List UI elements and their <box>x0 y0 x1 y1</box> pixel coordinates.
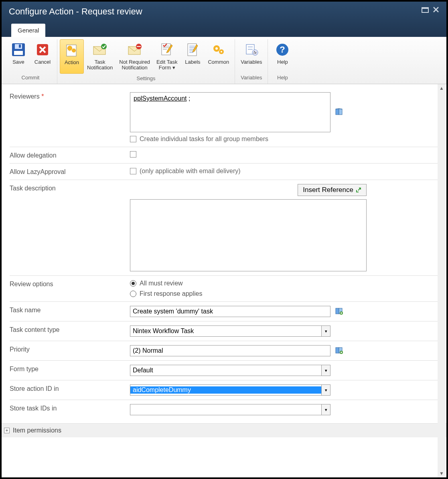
content-scroll[interactable]: Reviewers * pplSystemAccount ; Create in… <box>2 84 446 477</box>
row-task-content-type: Task content type Nintex Workflow Task ▾ <box>10 321 438 341</box>
allow-delegation-checkbox[interactable] <box>130 151 136 158</box>
labels-button[interactable]: Labels <box>180 39 205 74</box>
task-content-type-select[interactable]: Nintex Workflow Task ▾ <box>130 325 330 337</box>
review-opt-all-radio[interactable] <box>130 280 136 287</box>
svg-rect-31 <box>336 348 339 353</box>
task-name-input[interactable] <box>130 306 330 317</box>
ribbon-group-label: Commit <box>22 73 40 83</box>
item-permissions-section[interactable]: + Item permissions <box>2 423 446 437</box>
tab-general[interactable]: General <box>11 24 45 37</box>
configure-action-dialog: Configure Action - Request review Genera… <box>0 0 448 479</box>
store-task-select[interactable]: ▾ <box>130 404 330 415</box>
review-options-label: Review options <box>10 280 130 297</box>
row-priority: Priority <box>10 341 438 360</box>
variables-icon: fx <box>243 42 259 58</box>
addressbook-icon[interactable] <box>335 108 343 117</box>
allow-lazy-checkbox[interactable] <box>130 168 136 174</box>
svg-point-11 <box>101 44 107 49</box>
store-action-select[interactable]: aidCompleteDummy ▾ <box>130 384 330 396</box>
row-form-type: Form type Default ▾ <box>10 360 438 380</box>
svg-rect-14 <box>137 46 141 47</box>
labels-icon <box>184 42 201 58</box>
review-opt-all-label: All must review <box>140 280 183 287</box>
expand-icon: + <box>4 428 10 433</box>
svg-text:fx: fx <box>253 51 257 55</box>
form-type-label: Form type <box>10 365 130 376</box>
item-permissions-label: Item permissions <box>13 427 61 434</box>
reviewers-label: Reviewers * <box>10 92 130 143</box>
reviewers-input[interactable]: pplSystemAccount ; <box>130 92 330 132</box>
task-description-input[interactable] <box>130 199 367 271</box>
envelope-check-icon <box>92 42 108 58</box>
cancel-button[interactable]: Cancel <box>30 39 55 73</box>
action-button[interactable]: Action <box>60 39 84 74</box>
external-link-icon <box>356 187 361 193</box>
svg-rect-1 <box>422 8 428 9</box>
row-allow-lazy: Allow LazyApproval (only applicable with… <box>10 163 438 180</box>
required-marker: * <box>41 93 44 100</box>
priority-label: Priority <box>10 345 130 356</box>
ribbon-group-settings: Action Task Notification Not Required No… <box>57 39 235 84</box>
svg-point-9 <box>72 49 76 53</box>
lookup-icon[interactable] <box>335 347 343 355</box>
chevron-down-icon: ▾ <box>321 385 330 395</box>
scroll-up-icon[interactable]: ▲ <box>438 84 446 92</box>
maximize-button[interactable] <box>422 6 429 15</box>
help-button[interactable]: ? Help <box>270 39 294 73</box>
row-task-description: Task description Insert Reference <box>10 180 438 275</box>
chevron-down-icon: ▾ <box>321 365 330 376</box>
task-content-type-label: Task content type <box>10 325 130 337</box>
svg-rect-27 <box>339 109 342 115</box>
row-task-name: Task name <box>10 301 438 321</box>
create-individual-label: Create individual tasks for all group me… <box>140 135 268 143</box>
lazy-hint: (only applicable with email delivery) <box>140 168 241 175</box>
save-button[interactable]: Save <box>6 39 30 73</box>
chevron-down-icon: ▾ <box>321 404 330 415</box>
action-icon <box>64 42 80 58</box>
ribbon-group-label: Variables <box>241 73 262 83</box>
row-store-task-ids: Store task IDs in ▾ <box>10 400 438 419</box>
reviewer-entry[interactable]: pplSystemAccount <box>134 95 187 102</box>
svg-rect-4 <box>15 44 22 49</box>
close-button[interactable] <box>433 6 439 15</box>
scroll-track[interactable] <box>438 92 446 469</box>
svg-rect-28 <box>336 308 339 314</box>
row-allow-delegation: Allow delegation <box>10 147 438 163</box>
window-title: Configure Action - Request review <box>9 6 142 17</box>
edit-task-form-button[interactable]: Edit Task Form ▾ <box>153 39 181 74</box>
task-notification-button[interactable]: Task Notification <box>84 39 116 74</box>
cancel-icon <box>34 42 51 58</box>
not-required-notification-button[interactable]: Not Required Notification <box>116 39 153 74</box>
create-individual-checkbox[interactable] <box>130 136 136 142</box>
svg-point-20 <box>221 51 222 53</box>
svg-text:?: ? <box>280 44 285 55</box>
task-description-label: Task description <box>10 184 130 271</box>
allow-delegation-label: Allow delegation <box>10 151 130 159</box>
vertical-scrollbar[interactable]: ▲ ▼ <box>438 84 446 477</box>
row-store-action-id: Store action ID in aidCompleteDummy ▾ <box>10 380 438 400</box>
save-icon <box>10 42 26 58</box>
variables-button[interactable]: fx Variables <box>237 39 265 73</box>
ribbon-group-label: Help <box>277 73 288 83</box>
svg-rect-5 <box>19 44 21 48</box>
title-bar: Configure Action - Request review <box>2 2 446 37</box>
store-task-label: Store task IDs in <box>10 404 130 415</box>
lookup-icon[interactable] <box>335 307 343 316</box>
window-controls <box>422 6 439 15</box>
row-reviewers: Reviewers * pplSystemAccount ; Create in… <box>10 88 438 147</box>
form-content: Reviewers * pplSystemAccount ; Create in… <box>2 84 446 423</box>
ribbon: Save Cancel Commit Action <box>2 37 446 84</box>
svg-rect-26 <box>336 109 339 115</box>
common-button[interactable]: Common <box>205 39 232 74</box>
scroll-down-icon[interactable]: ▼ <box>438 469 446 477</box>
review-opt-first-label: First response applies <box>140 290 203 297</box>
review-opt-first-radio[interactable] <box>130 291 136 297</box>
svg-rect-3 <box>14 51 23 55</box>
form-type-select[interactable]: Default ▾ <box>130 365 330 376</box>
edit-form-icon <box>159 42 175 58</box>
insert-reference-button[interactable]: Insert Reference <box>298 184 367 196</box>
priority-input[interactable] <box>130 345 330 356</box>
chevron-down-icon: ▾ <box>321 326 330 336</box>
row-review-options: Review options All must review First res… <box>10 275 438 301</box>
task-name-label: Task name <box>10 306 130 317</box>
